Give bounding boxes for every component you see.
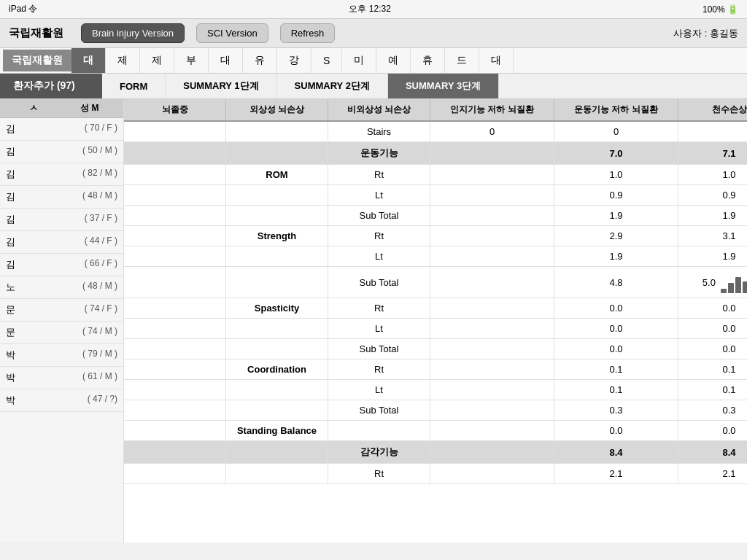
table-row: Lt 1.9 1.9 (124, 246, 747, 267)
cell: Rt (328, 359, 430, 379)
cell: 1.9 (554, 246, 678, 266)
list-item[interactable]: 김 ( 37 / F ) (0, 209, 123, 231)
tab-item-0[interactable]: 대 (71, 48, 106, 73)
table-row: Sub Total 4.8 5.0 (124, 267, 747, 298)
cell: 0.0 (554, 298, 678, 318)
list-item[interactable]: 김 ( 82 / M ) (0, 163, 123, 186)
table-row: Stairs 0 0 (124, 122, 747, 142)
list-item[interactable]: 노 ( 48 / M ) (0, 276, 123, 299)
cell (226, 246, 328, 266)
tab-item-9[interactable]: 예 (376, 48, 411, 73)
table-area: 뇌졸중 외상성 뇌손상 비외상성 뇌손상 인지기능 저하 뇌질환 운동기능 저하… (124, 99, 747, 542)
cell-stairs: Stairs (328, 122, 430, 141)
cell: 0.0 (554, 319, 678, 338)
cell (124, 339, 226, 359)
list-item[interactable]: 문 ( 74 / M ) (0, 322, 123, 344)
cell: Rt (328, 464, 430, 483)
cell-category: Coordination (226, 359, 328, 379)
cell: 2.1 (554, 464, 678, 483)
col-header-3: 인지기능 저하 뇌질환 (430, 99, 554, 120)
list-item[interactable]: 김 ( 66 / F ) (0, 254, 123, 276)
cell (430, 441, 554, 463)
tab-logo: 국립재활원 (3, 50, 71, 71)
tab-item-2[interactable]: 제 (140, 48, 174, 73)
status-time: 오후 12:32 (349, 3, 390, 15)
patient-name: 박 (6, 371, 23, 384)
patient-name: 문 (6, 326, 23, 339)
tab-item-4[interactable]: 대 (209, 48, 243, 73)
cell: 0.0 (678, 421, 747, 440)
cell: 3.1 (678, 226, 747, 246)
list-item[interactable]: 김 ( 44 / F ) (0, 231, 123, 254)
cell-category: ROM (226, 165, 328, 184)
list-item[interactable]: 박 ( 61 / M ) (0, 367, 123, 389)
list-item[interactable]: 김 ( 50 / M ) (0, 141, 123, 163)
cell: 0.9 (678, 185, 747, 205)
top-nav: 국립재활원 Brain injury Version SCI Version R… (0, 19, 747, 48)
tab-item-5[interactable]: 유 (243, 48, 277, 73)
cell (226, 142, 328, 164)
table-row: Rt 2.1 2.1 (124, 464, 747, 484)
sub-tab-summary2[interactable]: SUMMARY 2단계 (277, 74, 388, 98)
list-item[interactable]: 김 ( 70 / F ) (0, 118, 123, 141)
list-item[interactable]: 문 ( 74 / F ) (0, 299, 123, 322)
tab-item-8[interactable]: 미 (342, 48, 376, 73)
patient-info: ( 74 / F ) (23, 303, 117, 316)
user-info: 사용자 : 홍길동 (673, 27, 738, 40)
bar-chart-icon (721, 271, 747, 293)
tab-row: 국립재활원 대 제 제 부 대 유 강 S 미 예 휴 드 대 (0, 48, 747, 74)
patient-info: ( 48 / M ) (23, 190, 117, 203)
cell: 1.9 (678, 206, 747, 225)
tab-item-7[interactable]: S (311, 49, 342, 72)
cell: Rt (328, 165, 430, 184)
cell (124, 298, 226, 318)
sci-version-button[interactable]: SCI Version (196, 23, 268, 43)
sub-tab-summary3[interactable]: SUMMARY 3단계 (388, 74, 499, 98)
sub-tab-summary1[interactable]: SUMMARY 1단계 (166, 74, 276, 98)
table-row: Sub Total 0.3 0.3 (124, 400, 747, 421)
sub-tab-form[interactable]: FORM (102, 75, 166, 98)
cell: 0.0 (678, 298, 747, 318)
cell (430, 142, 554, 164)
tab-item-1[interactable]: 제 (106, 48, 140, 73)
cell: 0 (554, 122, 678, 141)
tab-item-11[interactable]: 드 (445, 48, 479, 73)
cell: Sub Total (328, 339, 430, 359)
cell (678, 122, 747, 141)
cell: 0.1 (554, 359, 678, 379)
cell: Sub Total (328, 267, 430, 298)
patient-name: 박 (6, 394, 23, 407)
list-item[interactable]: 박 ( 47 / ?) (0, 389, 123, 412)
cell (124, 359, 226, 379)
cell: 7.0 (554, 142, 678, 164)
list-item[interactable]: 김 ( 48 / M ) (0, 186, 123, 209)
status-left: iPad 令 (9, 3, 37, 15)
tab-item-6[interactable]: 강 (277, 48, 311, 73)
cell (226, 441, 328, 463)
cell-chart: 5.0 (678, 267, 747, 298)
cell: Lt (328, 185, 430, 205)
patient-info: ( 47 / ?) (23, 394, 117, 407)
cell (124, 185, 226, 205)
refresh-button[interactable]: Refresh (280, 23, 336, 43)
cell (124, 380, 226, 400)
table-row: Coordination Rt 0.1 0.1 (124, 359, 747, 380)
col-header-4: 운동기능 저하 뇌질환 (554, 99, 678, 120)
cell: 4.8 (554, 267, 678, 298)
sidebar-header: ㅅ 성 M (0, 99, 123, 118)
cell: 0.3 (554, 400, 678, 420)
cell (430, 298, 554, 318)
patient-name: 김 (6, 122, 23, 136)
tab-item-10[interactable]: 휴 (411, 48, 445, 73)
cell (328, 421, 430, 440)
tab-item-12[interactable]: 대 (479, 48, 514, 73)
table-row: Sub Total 1.9 1.9 (124, 206, 747, 226)
brain-injury-button[interactable]: Brain injury Version (81, 23, 185, 43)
table-row: Sub Total 0.0 0.0 (124, 339, 747, 359)
patient-info: ( 44 / F ) (23, 236, 117, 249)
patient-name: 박 (6, 349, 23, 362)
cell: 2.9 (554, 226, 678, 246)
tab-item-3[interactable]: 부 (174, 48, 209, 73)
sub-nav: 환자추가 (97) FORM SUMMARY 1단계 SUMMARY 2단계 S… (0, 74, 747, 99)
list-item[interactable]: 박 ( 79 / M ) (0, 344, 123, 367)
